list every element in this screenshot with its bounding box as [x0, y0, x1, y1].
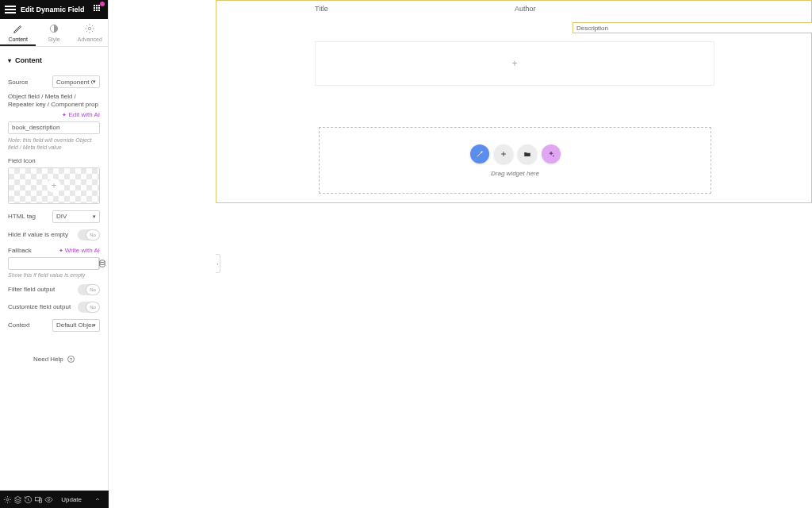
field-icon-label: Field Icon: [8, 157, 100, 164]
panel-body: ▸ Content Source Component Co ▾ Object f…: [0, 47, 108, 491]
history-icon: [24, 495, 33, 504]
plus-icon: +: [511, 58, 517, 69]
html-tag-row: HTML tag DIV ▾: [8, 210, 100, 223]
notification-dot: [100, 2, 105, 6]
filter-row: Filter field output No: [8, 284, 100, 295]
navigator-button[interactable]: [13, 491, 22, 508]
add-template-button[interactable]: [518, 144, 537, 164]
fallback-hint: Show this if field value is empty: [8, 272, 100, 278]
svg-point-2: [100, 260, 105, 263]
update-options-button[interactable]: [90, 496, 105, 502]
settings-button[interactable]: [3, 491, 12, 508]
pencil-icon: [13, 23, 24, 34]
object-field-note: Note: this field will override Object fi…: [8, 137, 100, 151]
svg-point-3: [6, 498, 9, 501]
object-field-input[interactable]: [8, 121, 100, 134]
edit-with-ai-link[interactable]: Edit with AI: [8, 111, 100, 118]
hide-empty-row: Hide if value is empty No: [8, 229, 100, 241]
panel-tabs: Content Style Advanced: [0, 19, 108, 47]
stack-icon: [13, 495, 22, 504]
gear-icon: [3, 495, 12, 504]
panel-collapse-handle[interactable]: ‹: [216, 254, 220, 273]
help-icon: ?: [67, 356, 75, 363]
dynamic-tag-button[interactable]: [98, 258, 105, 269]
fallback-input[interactable]: [9, 258, 98, 268]
wand-icon: [476, 150, 484, 158]
tab-advanced[interactable]: Advanced: [72, 19, 108, 46]
svg-rect-4: [36, 497, 40, 501]
html-tag-select[interactable]: DIV ▾: [52, 210, 100, 223]
update-button[interactable]: Update: [55, 496, 88, 503]
contrast-icon: [48, 23, 59, 34]
gear-icon: [84, 23, 95, 34]
object-field-label: Object field / Meta field / Repeater key…: [8, 93, 100, 110]
need-help-link[interactable]: Need Help ?: [8, 356, 100, 363]
drop-zone-label: Drag widget here: [491, 170, 539, 177]
drop-zone[interactable]: Drag widget here: [319, 127, 711, 194]
sparkle-icon: [547, 150, 555, 158]
drop-zone-actions: [470, 144, 561, 164]
plus-icon: +: [47, 179, 61, 193]
chevron-up-icon: [94, 496, 101, 502]
fallback-row: Fallback Write with AI: [8, 247, 100, 254]
svg-point-6: [48, 498, 50, 500]
chevron-down-icon: ▾: [93, 322, 96, 329]
write-with-ai-link[interactable]: Write with AI: [59, 247, 100, 254]
responsive-button[interactable]: [34, 491, 43, 508]
caret-icon: ▸: [6, 59, 13, 62]
svg-point-1: [89, 27, 92, 30]
plus-icon: [500, 150, 508, 158]
context-row: Context Default Object ▾: [8, 319, 100, 332]
devices-icon: [34, 495, 43, 504]
add-section-button[interactable]: [470, 144, 489, 164]
editor-panel: Edit Dynamic Field Content Style Advance…: [0, 0, 109, 491]
ai-button[interactable]: [542, 144, 561, 164]
customize-row: Customize field output No: [8, 302, 100, 313]
panel-header: Edit Dynamic Field: [0, 0, 108, 19]
context-select[interactable]: Default Object ▾: [52, 319, 100, 332]
tab-content[interactable]: Content: [0, 19, 36, 46]
folder-icon: [523, 150, 531, 158]
preview-button[interactable]: [44, 491, 53, 508]
preview-canvas: Title Author Description +: [109, 0, 812, 491]
dynamic-field-preview[interactable]: Description: [573, 22, 812, 33]
empty-section[interactable]: +: [315, 41, 714, 86]
history-button[interactable]: [24, 491, 33, 508]
source-select[interactable]: Component Co ▾: [52, 75, 100, 88]
source-row: Source Component Co ▾: [8, 75, 100, 88]
panel-title: Edit Dynamic Field: [21, 6, 94, 13]
add-widget-button[interactable]: [494, 144, 513, 164]
fallback-input-wrap: [8, 257, 100, 270]
tab-style[interactable]: Style: [36, 19, 71, 46]
database-icon: [99, 260, 105, 267]
col-title: Title: [315, 5, 515, 13]
hamburger-icon[interactable]: [5, 4, 16, 15]
eye-icon: [44, 495, 53, 504]
customize-toggle[interactable]: No: [78, 302, 100, 313]
hide-empty-toggle[interactable]: No: [78, 229, 100, 241]
chevron-down-icon: ▾: [93, 214, 96, 220]
section-toggle-content[interactable]: ▸ Content: [8, 52, 100, 71]
panel-footer: Update: [0, 491, 109, 508]
filter-toggle[interactable]: No: [78, 284, 100, 295]
chevron-down-icon: ▾: [93, 79, 96, 85]
field-icon-upload[interactable]: +: [8, 167, 100, 204]
columns-header: Title Author: [315, 5, 714, 13]
col-author: Author: [515, 5, 714, 13]
